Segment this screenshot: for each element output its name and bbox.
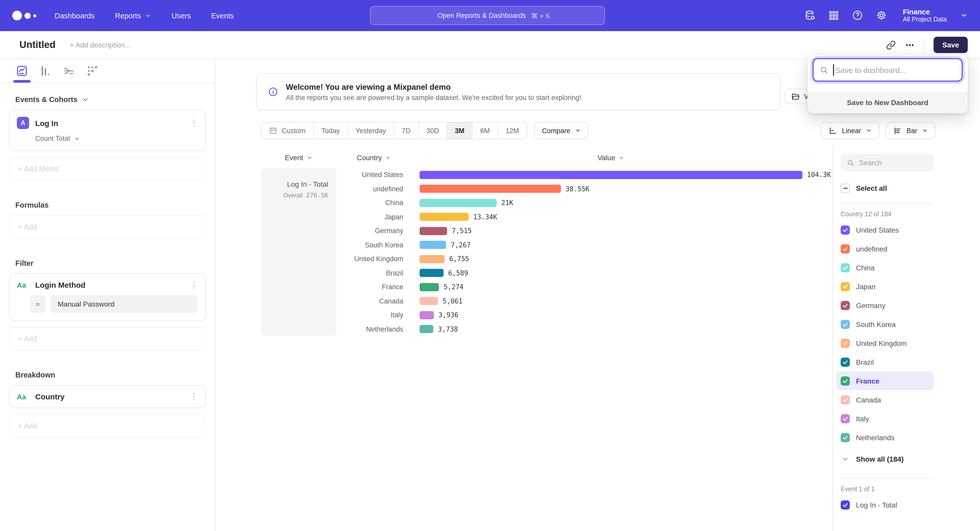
nav-item-reports[interactable]: Reports	[115, 11, 151, 20]
legend-item-log-in-total[interactable]: Log In - Total	[837, 495, 934, 514]
range-today[interactable]: Today	[313, 122, 348, 139]
filter-card[interactable]: Aa Login Method ⋮ = Manual Password	[9, 273, 206, 321]
range-6m[interactable]: 6M	[473, 122, 498, 139]
range-7d[interactable]: 7D	[394, 122, 419, 139]
legend-checkbox[interactable]	[841, 414, 850, 423]
tab-funnels[interactable]	[39, 64, 52, 78]
legend-checkbox[interactable]	[841, 282, 850, 291]
bar[interactable]	[420, 311, 434, 319]
show-all-button[interactable]: Show all (184)	[841, 449, 980, 469]
bar[interactable]	[420, 227, 447, 235]
scale-selector-button[interactable]: Linear	[821, 122, 880, 139]
bar[interactable]	[420, 171, 802, 179]
legend-item-united-kingdom[interactable]: United Kingdom	[837, 334, 934, 352]
legend-checkbox[interactable]	[841, 244, 850, 253]
kebab-menu-icon[interactable]: ⋮	[190, 281, 198, 289]
range-custom[interactable]: Custom	[261, 122, 313, 139]
save-button[interactable]: Save	[934, 37, 968, 53]
legend-item-france[interactable]: France	[837, 371, 934, 390]
filter-operator[interactable]: =	[30, 295, 45, 313]
add-description-field[interactable]: + Add description...	[70, 41, 130, 49]
legend-search-input[interactable]: Search	[841, 154, 934, 171]
filter-value[interactable]: Manual Password	[51, 295, 198, 313]
search-icon	[847, 159, 854, 166]
tab-retention[interactable]	[86, 64, 99, 78]
bar[interactable]	[420, 255, 445, 263]
add-breakdown-button[interactable]: + Add	[9, 414, 206, 437]
info-icon	[268, 87, 278, 97]
legend-item-undefined[interactable]: undefined	[837, 239, 934, 258]
legend-checkbox[interactable]	[841, 263, 850, 272]
metric-card[interactable]: A Log In ⋮ Count Total	[9, 110, 206, 151]
aggregation-selector[interactable]: Count Total	[35, 135, 198, 142]
legend-item-italy[interactable]: Italy	[837, 409, 934, 428]
value-column-header[interactable]: Value	[420, 154, 802, 162]
add-filter-button[interactable]: + Add	[9, 327, 206, 350]
tab-flows[interactable]	[62, 64, 76, 78]
bar[interactable]	[420, 185, 561, 193]
bar[interactable]	[420, 213, 469, 221]
bar[interactable]	[420, 241, 446, 249]
chart-type-button[interactable]: Bar	[886, 122, 935, 139]
kebab-menu-icon[interactable]: ⋮	[190, 393, 198, 401]
save-to-dashboard-search-input[interactable]: Save to dashboard...	[813, 58, 963, 82]
save-to-new-dashboard-button[interactable]: Save to New Dashboard	[808, 92, 968, 113]
nav-item-events[interactable]: Events	[211, 11, 234, 20]
global-search-button[interactable]: Open Reports & Dashboards ⌘ + K	[370, 6, 605, 25]
legend-item-netherlands[interactable]: Netherlands	[837, 428, 934, 447]
more-options-icon[interactable]	[905, 40, 915, 50]
compare-button[interactable]: Compare	[535, 122, 589, 139]
select-all-row[interactable]: Select all	[841, 182, 980, 194]
bar[interactable]	[420, 199, 496, 207]
legend-checkbox[interactable]	[841, 225, 850, 235]
breakdown-card[interactable]: Aa Country ⋮	[9, 385, 206, 408]
project-switcher[interactable]: Finance All Project Data	[903, 7, 947, 24]
nav-item-users[interactable]: Users	[172, 11, 191, 20]
legend-item-united-states[interactable]: United States	[837, 220, 934, 239]
range-30d[interactable]: 30D	[419, 122, 447, 139]
range-3m[interactable]: 3M	[447, 122, 473, 139]
bar[interactable]	[420, 297, 438, 305]
legend-item-brazil[interactable]: Brazil	[837, 352, 934, 371]
legend-checkbox[interactable]	[841, 395, 850, 404]
metric-event-name[interactable]: Log In	[35, 119, 58, 127]
legend-checkbox[interactable]	[841, 338, 850, 348]
legend-item-germany[interactable]: Germany	[837, 296, 934, 315]
bar[interactable]	[420, 269, 444, 277]
filter-property-name[interactable]: Login Method	[35, 281, 86, 289]
range-yesterday[interactable]: Yesterday	[348, 122, 394, 139]
add-formula-button[interactable]: + Add	[9, 215, 206, 239]
add-metric-button[interactable]: + Add Metric	[9, 157, 206, 181]
legend-checkbox[interactable]	[841, 320, 850, 329]
select-all-checkbox[interactable]	[841, 184, 850, 193]
report-title[interactable]: Untitled	[19, 39, 56, 51]
copy-link-icon[interactable]	[886, 40, 896, 50]
help-icon[interactable]	[852, 10, 863, 21]
nav-item-dashboards[interactable]: Dashboards	[55, 11, 94, 20]
legend-checkbox[interactable]	[841, 376, 850, 385]
country-header-label: Country	[357, 154, 382, 162]
bar[interactable]	[420, 325, 433, 333]
tab-insights[interactable]	[15, 64, 29, 78]
legend-checkbox[interactable]	[841, 357, 850, 366]
country-column-header[interactable]: Country	[336, 154, 411, 162]
settings-gear-icon[interactable]	[876, 10, 887, 21]
indeterminate-dash-icon	[843, 188, 848, 189]
data-management-icon[interactable]	[804, 10, 816, 21]
breakdown-property-name[interactable]: Country	[35, 392, 65, 401]
chevron-down-icon[interactable]	[961, 12, 968, 19]
apps-grid-icon[interactable]	[829, 10, 839, 21]
legend-checkbox[interactable]	[841, 500, 850, 509]
event-column-header[interactable]: Event	[261, 154, 336, 162]
legend-item-china[interactable]: China	[837, 258, 934, 277]
legend-checkbox[interactable]	[841, 301, 850, 310]
legend-checkbox[interactable]	[841, 433, 850, 442]
range-12m[interactable]: 12M	[498, 122, 527, 139]
legend-item-south-korea[interactable]: South Korea	[837, 315, 934, 334]
legend-item-japan[interactable]: Japan	[837, 277, 934, 296]
kebab-menu-icon[interactable]: ⋮	[190, 119, 198, 127]
events-cohorts-section-header[interactable]: Events & Cohorts	[15, 95, 206, 103]
legend-item-canada[interactable]: Canada	[837, 390, 934, 409]
mixpanel-logo[interactable]	[12, 11, 36, 21]
bar[interactable]	[420, 283, 439, 291]
